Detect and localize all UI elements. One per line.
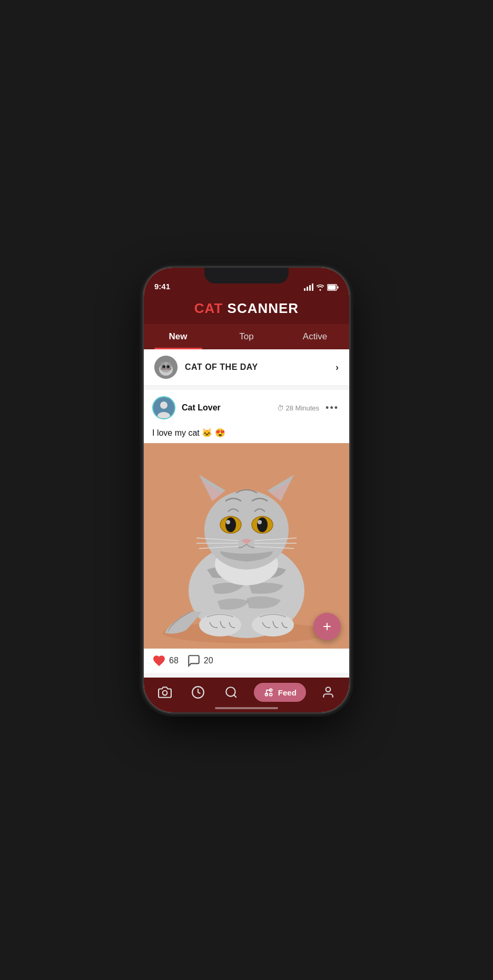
svg-point-41	[162, 691, 167, 695]
svg-point-48	[326, 687, 331, 692]
notch	[204, 268, 289, 283]
svg-line-44	[234, 695, 237, 698]
tab-new[interactable]: New	[144, 324, 212, 349]
status-time: 9:41	[154, 282, 170, 291]
camera-icon	[158, 685, 172, 699]
profile-icon	[321, 685, 335, 699]
feed-icon	[263, 687, 274, 698]
svg-rect-2	[328, 285, 336, 289]
svg-point-30	[257, 517, 268, 532]
tab-active[interactable]: Active	[281, 324, 349, 349]
post-avatar	[152, 396, 175, 419]
heart-icon	[152, 654, 166, 668]
app-header: CAT SCANNER	[144, 294, 349, 324]
cat-of-day-banner[interactable]: CAT OF THE DAY ›	[144, 349, 349, 386]
home-indicator	[215, 707, 278, 709]
svg-point-24	[252, 613, 294, 636]
svg-point-29	[225, 517, 236, 532]
tab-top[interactable]: Top	[212, 324, 281, 349]
nav-feed-label: Feed	[278, 688, 297, 697]
svg-point-18	[160, 401, 167, 409]
history-icon	[191, 685, 205, 699]
cat-of-day-arrow-icon: ›	[336, 362, 339, 373]
post-meta: ⏱ 28 Minutes •••	[277, 403, 341, 414]
clock-icon: ⏱	[277, 404, 284, 412]
post-time-text: 28 Minutes	[286, 404, 320, 412]
post-caption: I love my cat 🐱 😍	[144, 426, 349, 443]
svg-point-11	[168, 366, 170, 368]
like-count: 68	[169, 656, 179, 665]
post-time: ⏱ 28 Minutes	[277, 404, 320, 412]
status-icons	[304, 283, 339, 291]
post-image: +	[144, 443, 349, 649]
fab-button[interactable]: +	[313, 613, 341, 640]
signal-bar-3	[309, 285, 311, 291]
app-title: CAT SCANNER	[154, 300, 339, 317]
nav-feed-button[interactable]: Feed	[254, 683, 306, 702]
comment-icon	[187, 654, 201, 668]
signal-bars-icon	[304, 283, 313, 291]
post-header: Cat Lover ⏱ 28 Minutes •••	[144, 390, 349, 426]
cat-of-day-avatar	[154, 356, 178, 379]
phone-frame: 9:41 CAT SCAN	[144, 268, 349, 712]
post-avatar-image	[153, 397, 174, 418]
svg-rect-1	[337, 286, 339, 288]
signal-bar-2	[307, 287, 308, 291]
svg-point-23	[199, 613, 241, 636]
wifi-icon	[316, 284, 324, 291]
phone-screen: 9:41 CAT SCAN	[144, 268, 349, 712]
comment-button[interactable]: 20	[187, 654, 213, 668]
svg-point-47	[270, 693, 272, 696]
post-card: Cat Lover ⏱ 28 Minutes ••• I love my cat…	[144, 390, 349, 673]
cat-of-day-label: CAT OF THE DAY	[185, 362, 336, 372]
signal-bar-1	[304, 288, 305, 291]
svg-point-31	[226, 520, 230, 524]
battery-icon	[327, 284, 339, 291]
content-area: CAT OF THE DAY ›	[144, 349, 349, 678]
svg-point-43	[226, 687, 235, 696]
comment-count: 20	[204, 656, 213, 665]
tabs: New Top Active	[144, 324, 349, 349]
post-info: Cat Lover	[182, 403, 277, 413]
signal-bar-4	[312, 283, 313, 291]
post-actions: 68 20	[144, 649, 349, 673]
nav-profile[interactable]	[317, 683, 339, 701]
svg-point-10	[164, 366, 165, 368]
nav-history[interactable]	[187, 683, 209, 701]
app-title-scanner: SCANNER	[223, 300, 299, 316]
cat-of-day-avatar-image	[154, 356, 178, 379]
like-button[interactable]: 68	[152, 654, 179, 668]
svg-point-32	[258, 520, 262, 524]
app-title-cat: CAT	[194, 300, 223, 316]
svg-point-12	[164, 368, 167, 370]
post-more-button[interactable]: •••	[323, 403, 341, 414]
nav-camera[interactable]	[154, 683, 176, 701]
nav-search[interactable]	[220, 683, 242, 701]
search-icon	[224, 685, 238, 699]
post-username: Cat Lover	[182, 403, 277, 413]
fab-plus-icon: +	[323, 619, 331, 634]
user-avatar-svg	[153, 397, 174, 418]
